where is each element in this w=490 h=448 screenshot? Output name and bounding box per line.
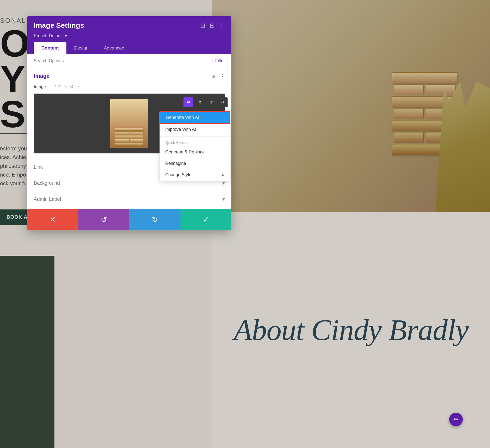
search-input[interactable] [34, 58, 208, 63]
section-controls: ▲ ⋮ [211, 73, 225, 79]
filter-button[interactable]: + Filter [211, 58, 225, 63]
crop-icon[interactable]: ⊡ [200, 22, 205, 29]
settings-panel: Image Settings ⊡ ⊞ ⋮ Preset: Default ▼ C… [27, 16, 231, 230]
cancel-icon: ✕ [50, 215, 56, 224]
image-thumbnail [110, 99, 148, 148]
image-section-header: Image ▲ ⋮ [27, 68, 231, 82]
background-chevron-icon: ▾ [222, 180, 225, 186]
more-vert-icon[interactable]: ⋮ [219, 22, 225, 29]
save-icon: ✓ [203, 215, 209, 224]
settings-tool-button[interactable]: ⚙ [195, 97, 205, 107]
admin-label-section-label: Admin Label [34, 196, 61, 202]
redo-icon: ↻ [152, 215, 158, 224]
filter-plus-icon: + [211, 58, 213, 63]
undo-icon: ↺ [101, 215, 107, 224]
dropdown-change-style[interactable]: Change Style ▶ [160, 169, 230, 181]
panel-header: Image Settings ⊡ ⊞ ⋮ Preset: Default ▼ C… [27, 16, 231, 54]
panel-body: + Filter Image ▲ ⋮ Image ? □ ▷ ↺ ⋮ [27, 54, 231, 230]
save-button[interactable]: ✓ [180, 209, 232, 230]
field-icons: ? □ ▷ ↺ ⋮ [53, 84, 81, 89]
panel-title-row: Image Settings ⊡ ⊞ ⋮ [34, 21, 225, 30]
section-more-icon[interactable]: ⋮ [220, 73, 225, 79]
ai-tool-button[interactable]: AI [183, 97, 193, 107]
field-label: Image [34, 84, 50, 89]
dropdown-quick-actions-label: Quick Actions [160, 138, 230, 146]
floating-edit-button[interactable]: ✏ [449, 413, 463, 426]
dropdown-generate-with-ai[interactable]: Generate With AI [160, 111, 230, 124]
dropdown-reimagine[interactable]: Reimagine [160, 158, 230, 169]
trash-icon: 🗑 [209, 100, 213, 104]
dropdown-change-style-label: Change Style [165, 172, 191, 177]
panel-header-icons: ⊡ ⊞ ⋮ [200, 22, 225, 29]
filter-label: Filter [215, 58, 225, 63]
background-section-label: Background [34, 180, 60, 186]
section-collapse-icon[interactable]: ▲ [211, 73, 216, 79]
image-section-title: Image [34, 73, 50, 79]
phone-icon[interactable]: □ [59, 84, 61, 89]
action-bar: ✕ ↺ ↻ ✓ [27, 209, 231, 230]
dropdown-generate-replace[interactable]: Generate & Replace [160, 146, 230, 158]
dropdown-improve-with-ai[interactable]: Improve With AI [160, 124, 230, 135]
tab-content[interactable]: Content [34, 42, 66, 54]
reset-tool-button[interactable]: ↺ [218, 97, 228, 107]
edit-icon: ✏ [454, 416, 458, 423]
image-toolbar: AI ⚙ 🗑 ↺ Generate With AI Improve With A… [183, 97, 228, 107]
search-row: + Filter [27, 54, 231, 68]
tab-advanced[interactable]: Advanced [96, 42, 132, 54]
panel-tabs: Content Design Advanced [34, 42, 225, 54]
image-field-row: Image ? □ ▷ ↺ ⋮ [27, 82, 231, 94]
admin-label-section[interactable]: Admin Label ▾ [27, 191, 231, 207]
image-container: AI ⚙ 🗑 ↺ Generate With AI Improve With A… [34, 94, 225, 153]
reset-icon: ↺ [221, 100, 224, 104]
help-icon[interactable]: ? [53, 84, 56, 89]
undo-button[interactable]: ↺ [78, 209, 130, 230]
tab-design[interactable]: Design [66, 42, 96, 54]
cursor-icon[interactable]: ▷ [64, 84, 67, 89]
panel-title: Image Settings [34, 21, 84, 30]
preset-arrow-icon: ▼ [64, 33, 68, 38]
dropdown-divider [160, 136, 230, 137]
preset-label: Preset: Default [34, 33, 63, 38]
preset-row[interactable]: Preset: Default ▼ [34, 33, 225, 38]
chevron-right-icon: ▶ [222, 173, 225, 177]
settings-icon: ⚙ [198, 100, 202, 104]
redo-button[interactable]: ↻ [129, 209, 180, 230]
split-icon[interactable]: ⊞ [210, 22, 215, 29]
more-field-icon[interactable]: ⋮ [76, 84, 81, 89]
admin-label-chevron-icon: ▾ [222, 196, 225, 202]
ai-dropdown: Generate With AI Improve With AI Quick A… [160, 111, 230, 181]
link-section-label: Link [34, 164, 43, 170]
delete-tool-button[interactable]: 🗑 [206, 97, 216, 107]
cancel-button[interactable]: ✕ [27, 209, 78, 230]
reset-field-icon[interactable]: ↺ [70, 84, 74, 89]
